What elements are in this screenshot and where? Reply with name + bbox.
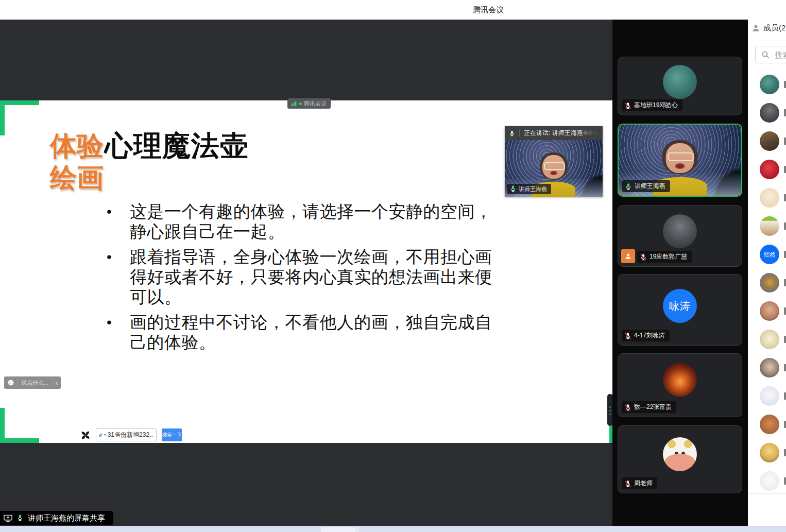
cartoon-cow-avatar [663, 437, 697, 471]
desktop-search-widget: e ▾ 31省份新增232... 搜索一下 [80, 428, 182, 441]
shared-slide: 腾讯会议 体验 绘画 心理魔法壶 这是一个有趣的体验，请选择一个安静的空间， 静… [0, 100, 612, 443]
participant-name: 讲师王海燕 [635, 182, 665, 191]
cat-bunny-ears-avatar [760, 358, 779, 377]
member-row[interactable] [748, 188, 786, 216]
participant-name: 19应数郭广慧 [650, 252, 687, 261]
participant-name-label: 19应数郭广慧 [637, 251, 692, 263]
member-row[interactable] [748, 273, 786, 301]
member-row[interactable] [748, 216, 786, 245]
slide-title: 心理魔法壶 [105, 127, 249, 165]
pale-anime-avatar [760, 386, 779, 406]
speaking-overlay-header: 正在讲话: 讲师王海燕 [505, 126, 603, 140]
sketch-avatar [760, 471, 779, 491]
mic-on-icon [16, 514, 24, 521]
speaking-overlay-window[interactable]: 正在讲话: 讲师王海燕 [505, 126, 603, 197]
chat-placeholder[interactable]: 说点什么... [21, 379, 49, 387]
participant-tile[interactable]: 咏涛 4-17刘咏涛 [618, 274, 742, 346]
share-frame-corner [0, 438, 39, 443]
search-button[interactable]: 搜索一下 [162, 428, 182, 441]
blue-initials-avatar: 咏涛 [663, 289, 697, 323]
cartoon-mouse-avatar [760, 415, 779, 434]
member-row[interactable] [748, 471, 786, 500]
divider [519, 130, 520, 136]
title-bar: 腾讯会议 [0, 0, 786, 20]
chat-input-bubble[interactable]: 说点什么... ‹ [4, 376, 61, 389]
slide-title-accent: 体验 绘画 [48, 130, 106, 194]
os-taskbar[interactable] [0, 526, 786, 532]
participant-name: 周老师 [634, 479, 653, 488]
mic-on-icon [625, 183, 632, 190]
share-banner-text: 讲师王海燕的屏幕共享 [28, 513, 105, 523]
taskbar-window-thumb[interactable] [321, 527, 355, 532]
member-panel-header: 成员(2 [751, 23, 785, 33]
window-title: 腾讯会议 [473, 5, 504, 15]
hamster-cartoon-avatar [760, 188, 779, 208]
panel-toggle-handle[interactable] [607, 394, 612, 426]
member-search-input[interactable] [774, 50, 786, 60]
participant-name-label: 周老师 [622, 477, 657, 489]
member-search-box[interactable] [755, 46, 786, 63]
member-row[interactable] [748, 330, 786, 358]
member-row[interactable] [748, 160, 786, 188]
portrait-avatar [760, 131, 779, 151]
ie-browser-icon: e [99, 431, 102, 439]
chalkboard-photo-avatar [663, 65, 697, 99]
member-row[interactable] [748, 386, 786, 415]
participant-tile[interactable]: 19应数郭广慧 [618, 205, 742, 267]
mic-on-icon [16, 514, 24, 523]
participant-name-label: 基地班19邓皓心 [622, 99, 682, 111]
shared-screen-area: 腾讯会议 体验 绘画 心理魔法壶 这是一个有趣的体验，请选择一个安静的空间， 静… [0, 20, 612, 526]
search-input[interactable]: e ▾ 31省份新增232... [96, 428, 157, 441]
emoji-icon[interactable] [7, 379, 14, 386]
speaker-video: 讲师王海燕 [505, 140, 603, 197]
member-row[interactable]: 熙然 [748, 245, 786, 273]
chevron-down-icon[interactable]: ▾ [104, 433, 106, 437]
dog-green-band-avatar [760, 216, 779, 236]
signal-bars-icon [292, 101, 297, 106]
status-pill-label: 腾讯会议 [304, 100, 327, 108]
participant-tile[interactable]: 基地班19邓皓心 [618, 57, 742, 115]
participant-name-label: 数—22张富贵 [622, 401, 676, 413]
member-row[interactable] [748, 443, 786, 471]
participant-tile[interactable]: 数—22张富贵 [618, 353, 742, 417]
divider [52, 379, 53, 386]
slide-bullet: 跟着指导语，全身心体验一次绘画，不用担心画 得好或者不好，只要将内心真实的想法画… [105, 247, 517, 307]
members-icon [751, 24, 760, 32]
mic-muted-icon [640, 253, 647, 261]
participant-tile[interactable]: 讲师王海燕 [618, 124, 742, 197]
divider [748, 41, 786, 41]
screen-share-icon [4, 514, 12, 522]
meeting-window: 腾讯会议 腾讯会议 体验 绘画 [0, 0, 786, 532]
mic-on-icon [509, 185, 517, 193]
person-badge-icon [621, 249, 635, 263]
slide-bullet: 画的过程中不讨论，不看他人的画，独自完成自 己的体验。 [105, 312, 517, 352]
participant-name: 基地班19邓皓心 [634, 101, 678, 110]
member-row[interactable] [748, 75, 786, 103]
member-row[interactable] [748, 358, 786, 386]
smiling-child-avatar [760, 301, 779, 321]
search-icon [761, 50, 770, 59]
screen-share-banner: 讲师王海燕的屏幕共享 [0, 511, 113, 525]
collapse-chevron-icon[interactable]: ‹ [56, 380, 58, 386]
participant-name-label: 讲师王海燕 [622, 180, 670, 192]
mic-muted-icon [624, 480, 631, 487]
red-flowers-avatar [760, 160, 779, 179]
member-row[interactable] [748, 415, 786, 443]
meeting-status-pill[interactable]: 腾讯会议 [287, 98, 331, 109]
participant-video-column: 基地班19邓皓心 讲师王海燕 19应数郭广慧咏涛 4-17刘咏涛 数—22张富贵… [612, 20, 748, 526]
participant-name: 数—22张富贵 [634, 403, 672, 411]
member-row[interactable] [748, 301, 786, 330]
participant-tile[interactable]: 周老师 [618, 425, 742, 493]
mic-muted-icon [624, 404, 631, 411]
mic-muted-icon [624, 332, 631, 339]
pinwheel-logo-icon[interactable] [80, 430, 91, 440]
slide-bullet: 这是一个有趣的体验，请选择一个安静的空间， 静心跟自己在一起。 [105, 201, 517, 242]
search-query-text[interactable]: 31省份新增232... [108, 431, 153, 439]
speaking-now-text: 正在讲话: 讲师王海燕 [524, 129, 583, 138]
member-row[interactable] [748, 131, 786, 160]
divider [18, 379, 18, 386]
rain-umbrella-photo-avatar [663, 214, 697, 248]
participant-name-label: 4-17刘咏涛 [622, 330, 670, 341]
autumn-leaves-avatar [760, 273, 779, 293]
member-row[interactable] [748, 103, 786, 131]
